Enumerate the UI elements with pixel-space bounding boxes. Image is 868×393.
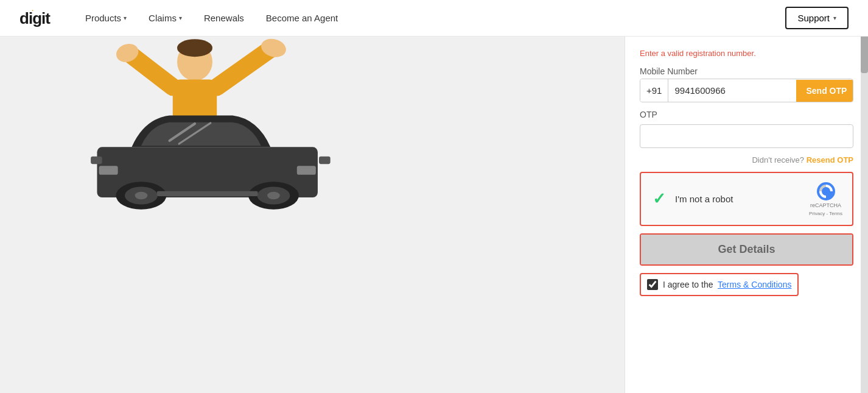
support-button[interactable]: Support ▾ <box>785 7 849 29</box>
svg-point-17 <box>267 192 280 199</box>
nav-renewals[interactable]: Renewals <box>193 0 255 37</box>
svg-rect-20 <box>157 191 258 196</box>
header: di·git Products ▾ Claims ▾ Renewals Beco… <box>0 0 868 37</box>
recaptcha-logo: reCAPTCHA Privacy - Terms <box>809 182 842 216</box>
svg-line-4 <box>217 49 270 87</box>
nav-products-label: Products <box>85 13 121 23</box>
logo-text: di·git <box>19 9 50 28</box>
get-details-button[interactable]: Get Details <box>641 235 852 264</box>
form-panel: Enter a valid registration number. Mobil… <box>625 37 868 393</box>
phone-row: +91 Send OTP <box>640 79 853 102</box>
recaptcha-box[interactable]: ✓ I'm not a robot reCAPTCHA Privacy - Te… <box>640 172 853 226</box>
illustration-panel <box>0 37 625 393</box>
captcha-label: I'm not a robot <box>675 194 802 204</box>
mobile-field: Mobile Number +91 Send OTP <box>640 66 853 102</box>
get-details-label: Get Details <box>718 243 775 256</box>
recaptcha-brand: reCAPTCHA <box>810 202 841 210</box>
terms-row: I agree to the Terms & Conditions <box>640 273 799 296</box>
svg-rect-18 <box>99 166 118 175</box>
logo[interactable]: di·git <box>19 9 50 28</box>
svg-rect-11 <box>319 157 331 164</box>
resend-row: Didn't receive? Resend OTP <box>640 155 853 165</box>
recaptcha-links: Privacy - Terms <box>809 211 842 216</box>
svg-rect-10 <box>91 157 102 164</box>
terms-link[interactable]: Terms & Conditions <box>718 280 791 289</box>
chevron-down-icon: ▾ <box>179 15 182 21</box>
send-otp-button[interactable]: Send OTP <box>796 80 853 102</box>
nav-products[interactable]: Products ▾ <box>74 0 138 37</box>
error-message: Enter a valid registration number. <box>640 49 853 58</box>
nav-claims-label: Claims <box>149 13 177 23</box>
svg-point-1 <box>177 39 212 57</box>
captcha-checkbox[interactable]: ✓ <box>651 190 668 207</box>
resend-text: Didn't receive? <box>752 155 804 165</box>
get-details-button-wrapper: Get Details <box>640 233 853 266</box>
main-content: Enter a valid registration number. Mobil… <box>0 37 868 393</box>
nav-claims[interactable]: Claims ▾ <box>138 0 193 37</box>
checkmark-icon: ✓ <box>653 189 666 208</box>
phone-prefix: +91 <box>640 79 668 102</box>
svg-line-3 <box>131 55 172 87</box>
support-label: Support <box>797 13 830 23</box>
svg-rect-19 <box>297 166 316 175</box>
nav-become-agent[interactable]: Become an Agent <box>255 0 349 37</box>
phone-input[interactable] <box>668 79 796 102</box>
chevron-down-icon: ▾ <box>833 15 836 21</box>
nav-renewals-label: Renewals <box>204 13 244 23</box>
otp-section: OTP <box>640 110 853 148</box>
resend-otp-link[interactable]: Resend OTP <box>807 155 853 165</box>
recaptcha-icon <box>816 182 836 201</box>
chevron-down-icon: ▾ <box>124 15 127 21</box>
otp-input[interactable] <box>640 124 853 148</box>
nav-become-agent-label: Become an Agent <box>266 13 338 23</box>
mobile-label: Mobile Number <box>640 66 853 76</box>
main-nav: Products ▾ Claims ▾ Renewals Become an A… <box>74 0 849 37</box>
terms-prefix: I agree to the Terms & Conditions <box>663 280 791 289</box>
scrollbar[interactable] <box>861 0 868 393</box>
terms-checkbox[interactable] <box>647 279 658 290</box>
person-illustration <box>37 37 353 213</box>
svg-point-14 <box>135 192 148 199</box>
otp-label: OTP <box>640 110 853 119</box>
